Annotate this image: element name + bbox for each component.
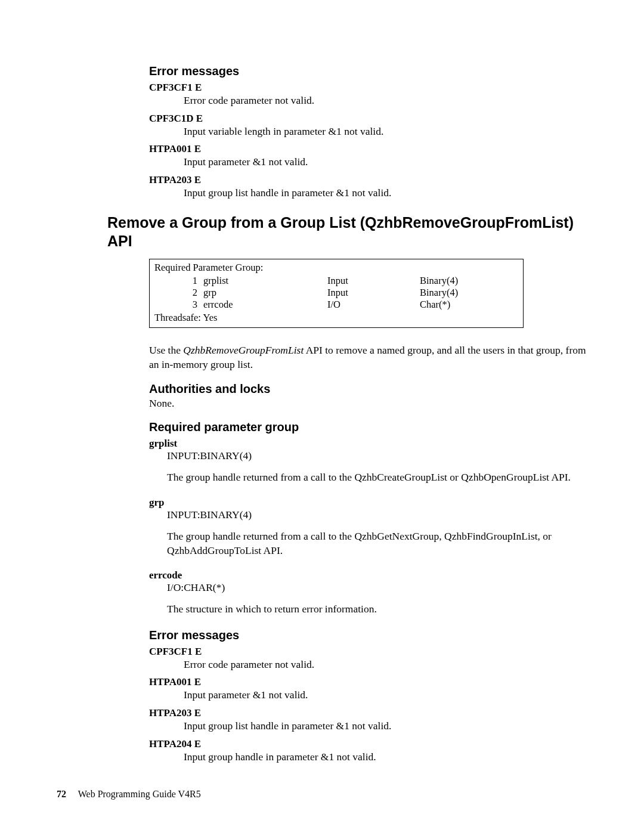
param-item: grplist INPUT:BINARY(4) The group handle…: [149, 438, 587, 485]
error-desc: Input parameter &1 not valid.: [184, 688, 587, 702]
error-code: HTPA203 E: [149, 707, 587, 719]
error-code: HTPA203 E: [149, 174, 587, 186]
param-detail-desc: The structure in which to return error i…: [167, 602, 587, 617]
error-item: CPF3CF1 E Error code parameter not valid…: [149, 82, 587, 108]
intro-pre: Use the: [149, 344, 183, 356]
error-item: HTPA001 E Input parameter &1 not valid.: [149, 143, 587, 169]
param-type: Char(*): [420, 299, 518, 311]
error-code: CPF3CF1 E: [149, 82, 587, 94]
param-detail-desc: The group handle returned from a call to…: [167, 470, 587, 485]
error-code: HTPA204 E: [149, 738, 587, 750]
error-desc: Error code parameter not valid.: [184, 658, 587, 672]
param-item: grp INPUT:BINARY(4) The group handle ret…: [149, 497, 587, 558]
param-name: grp: [203, 287, 327, 299]
error-desc: Input group list handle in parameter &1 …: [184, 719, 587, 733]
error-desc: Error code parameter not valid.: [184, 94, 587, 108]
param-detail-name: errcode: [149, 569, 587, 581]
param-io: Input: [327, 275, 420, 287]
error-code: CPF3C1D E: [149, 113, 587, 125]
authorities-body: None.: [149, 397, 587, 410]
api-title: Remove a Group from a Group List (QzhbRe…: [107, 213, 587, 251]
error-item: HTPA001 E Input parameter &1 not valid.: [149, 676, 587, 702]
param-name: grplist: [203, 275, 327, 287]
param-detail-name: grp: [149, 497, 587, 509]
error-item: HTPA204 E Input group handle in paramete…: [149, 738, 587, 764]
param-type: Binary(4): [420, 275, 518, 287]
param-detail-type: INPUT:BINARY(4): [167, 509, 587, 521]
param-detail-desc: The group handle returned from a call to…: [167, 529, 587, 558]
threadsafe-line: Threadsafe: Yes: [154, 312, 518, 324]
param-io: I/O: [327, 299, 420, 311]
page-number: 72: [57, 789, 66, 799]
error-item: CPF3C1D E Input variable length in param…: [149, 113, 587, 139]
error-code: HTPA001 E: [149, 143, 587, 155]
heading-authorities: Authorities and locks: [149, 382, 587, 396]
parameter-box: Required Parameter Group: 1 grplist Inpu…: [149, 259, 524, 328]
param-detail-name: grplist: [149, 438, 587, 450]
error-item: CPF3CF1 E Error code parameter not valid…: [149, 646, 587, 672]
intro-api-name: QzhbRemoveGroupFromList: [183, 344, 304, 356]
error-desc: Input group handle in parameter &1 not v…: [184, 750, 587, 764]
param-detail-type: I/O:CHAR(*): [167, 581, 587, 594]
footer-title: Web Programming Guide V4R5: [78, 789, 201, 799]
param-num: 2: [154, 287, 203, 299]
error-item: HTPA203 E Input group list handle in par…: [149, 174, 587, 200]
parameter-row: 3 errcode I/O Char(*): [154, 299, 518, 311]
heading-error-messages-2: Error messages: [149, 628, 587, 642]
content-column: Error messages CPF3CF1 E Error code para…: [149, 64, 587, 764]
param-num: 3: [154, 299, 203, 311]
heading-error-messages-1: Error messages: [149, 64, 587, 78]
error-code: CPF3CF1 E: [149, 646, 587, 658]
param-type: Binary(4): [420, 287, 518, 299]
param-io: Input: [327, 287, 420, 299]
error-code: HTPA001 E: [149, 676, 587, 688]
param-num: 1: [154, 275, 203, 287]
parameter-row: 1 grplist Input Binary(4): [154, 275, 518, 287]
heading-required-params: Required parameter group: [149, 420, 587, 434]
parameter-box-title: Required Parameter Group:: [154, 262, 518, 274]
error-desc: Input parameter &1 not valid.: [184, 155, 587, 169]
error-desc: Input group list handle in parameter &1 …: [184, 186, 587, 200]
param-detail-type: INPUT:BINARY(4): [167, 450, 587, 462]
page-footer: 72 Web Programming Guide V4R5: [57, 789, 201, 800]
parameter-row: 2 grp Input Binary(4): [154, 287, 518, 299]
document-page: Error messages CPF3CF1 E Error code para…: [0, 0, 644, 833]
param-name: errcode: [203, 299, 327, 311]
param-item: errcode I/O:CHAR(*) The structure in whi…: [149, 569, 587, 617]
error-item: HTPA203 E Input group list handle in par…: [149, 707, 587, 733]
intro-paragraph: Use the QzhbRemoveGroupFromList API to r…: [149, 343, 587, 371]
error-desc: Input variable length in parameter &1 no…: [184, 125, 587, 139]
